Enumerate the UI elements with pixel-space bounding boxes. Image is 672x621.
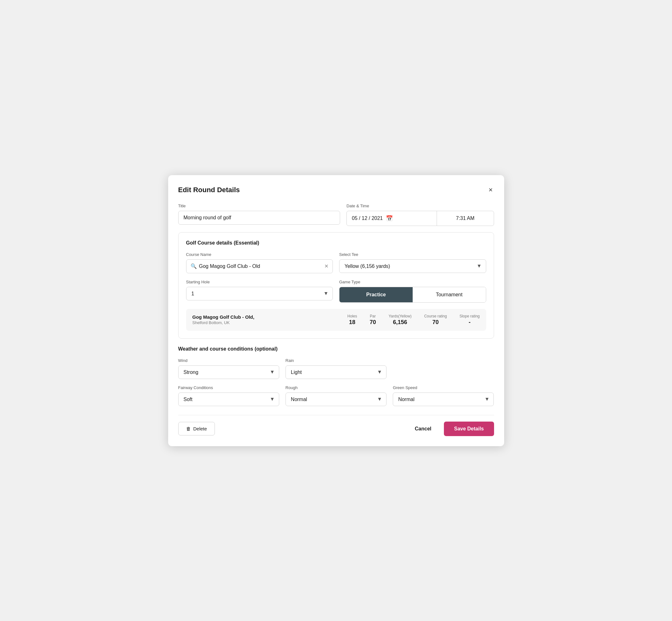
course-location: Shelford Bottom, UK xyxy=(193,320,347,325)
yards-label: Yards(Yellow) xyxy=(389,314,412,318)
course-rating-label: Course rating xyxy=(424,314,447,318)
datetime-label: Date & Time xyxy=(346,204,494,208)
course-info-card: Gog Magog Golf Club - Old, Shelford Bott… xyxy=(186,309,486,331)
yards-stat: Yards(Yellow) 6,156 xyxy=(389,314,412,326)
rain-group: Rain None Light Moderate Heavy ▼ xyxy=(286,358,386,379)
spacer xyxy=(393,358,494,379)
course-tee-row: Course Name 🔍 ✕ Select Tee Yellow (6,156… xyxy=(186,252,486,273)
course-info-name: Gog Magog Golf Club - Old, Shelford Bott… xyxy=(193,314,347,325)
game-type-group: Game Type Practice Tournament xyxy=(339,280,486,303)
modal-title: Edit Round Details xyxy=(178,186,240,194)
green-speed-label: Green Speed xyxy=(393,385,494,390)
green-speed-dropdown[interactable]: Slow Normal Fast xyxy=(393,392,494,406)
title-datetime-row: Title Date & Time 05 / 12 / 2021 📅 7:31 … xyxy=(178,204,494,226)
trash-icon: 🗑 xyxy=(186,426,191,431)
golf-course-section: Golf Course details (Essential) Course N… xyxy=(178,232,494,339)
slope-rating-value: - xyxy=(468,319,470,326)
date-value: 05 / 12 / 2021 xyxy=(352,215,383,221)
weather-section-title: Weather and course conditions (optional) xyxy=(178,346,494,352)
fairway-wrap: Soft Normal Hard ▼ xyxy=(178,392,279,406)
green-speed-wrap: Slow Normal Fast ▼ xyxy=(393,392,494,406)
rain-wrap: None Light Moderate Heavy ▼ xyxy=(286,365,386,379)
course-name-group: Course Name 🔍 ✕ xyxy=(186,252,333,273)
holes-stat: Holes 18 xyxy=(347,314,357,326)
clear-course-icon[interactable]: ✕ xyxy=(324,263,328,269)
fairway-label: Fairway Conditions xyxy=(178,385,279,390)
course-name-display: Gog Magog Golf Club - Old, xyxy=(193,314,347,320)
par-stat: Par 70 xyxy=(370,314,376,326)
datetime-group: Date & Time 05 / 12 / 2021 📅 7:31 AM xyxy=(346,204,494,226)
fairway-dropdown[interactable]: Soft Normal Hard xyxy=(178,392,279,406)
par-label: Par xyxy=(370,314,376,318)
save-button[interactable]: Save Details xyxy=(444,422,494,436)
holes-label: Holes xyxy=(347,314,357,318)
rough-group: Rough Short Normal Long ▼ xyxy=(286,385,386,406)
delete-button[interactable]: 🗑 Delete xyxy=(178,422,215,436)
game-type-label: Game Type xyxy=(339,280,486,284)
title-label: Title xyxy=(178,204,340,208)
cancel-button[interactable]: Cancel xyxy=(410,422,436,436)
footer-right: Cancel Save Details xyxy=(410,422,494,436)
holes-value: 18 xyxy=(349,319,355,326)
select-tee-dropdown[interactable]: Yellow (6,156 yards) White (6,500 yards)… xyxy=(339,259,486,273)
rough-dropdown[interactable]: Short Normal Long xyxy=(286,392,386,406)
title-group: Title xyxy=(178,204,340,226)
date-field[interactable]: 05 / 12 / 2021 📅 xyxy=(347,211,437,225)
select-tee-label: Select Tee xyxy=(339,252,486,257)
weather-section: Weather and course conditions (optional)… xyxy=(178,346,494,406)
search-icon: 🔍 xyxy=(191,263,197,269)
course-name-label: Course Name xyxy=(186,252,333,257)
select-tee-wrap: Yellow (6,156 yards) White (6,500 yards)… xyxy=(339,259,486,273)
wind-group: Wind None Light Moderate Strong ▼ xyxy=(178,358,279,379)
edit-round-modal: Edit Round Details × Title Date & Time 0… xyxy=(168,175,504,446)
course-rating-value: 70 xyxy=(432,319,438,326)
calendar-icon: 📅 xyxy=(386,215,393,222)
golf-course-section-title: Golf Course details (Essential) xyxy=(186,240,486,246)
starting-hole-group: Starting Hole 1 10 ▼ xyxy=(186,280,333,303)
select-tee-group: Select Tee Yellow (6,156 yards) White (6… xyxy=(339,252,486,273)
wind-label: Wind xyxy=(178,358,279,363)
rough-wrap: Short Normal Long ▼ xyxy=(286,392,386,406)
rain-label: Rain xyxy=(286,358,386,363)
game-type-toggle: Practice Tournament xyxy=(339,287,486,303)
tournament-button[interactable]: Tournament xyxy=(413,287,486,302)
wind-rain-row: Wind None Light Moderate Strong ▼ Rain N… xyxy=(178,358,494,379)
delete-label: Delete xyxy=(194,426,207,431)
date-time-row: 05 / 12 / 2021 📅 7:31 AM xyxy=(346,211,494,226)
yards-value: 6,156 xyxy=(393,319,407,326)
wind-dropdown[interactable]: None Light Moderate Strong xyxy=(178,365,279,379)
starting-hole-label: Starting Hole xyxy=(186,280,333,284)
hole-gametype-row: Starting Hole 1 10 ▼ Game Type Practice … xyxy=(186,280,486,303)
green-speed-group: Green Speed Slow Normal Fast ▼ xyxy=(393,385,494,406)
course-stats: Holes 18 Par 70 Yards(Yellow) 6,156 Cour… xyxy=(347,314,480,326)
wind-wrap: None Light Moderate Strong ▼ xyxy=(178,365,279,379)
rough-label: Rough xyxy=(286,385,386,390)
time-field[interactable]: 7:31 AM xyxy=(437,211,494,225)
title-input[interactable] xyxy=(178,211,340,225)
time-value: 7:31 AM xyxy=(456,215,474,221)
modal-header: Edit Round Details × xyxy=(178,185,494,195)
starting-hole-dropdown[interactable]: 1 10 xyxy=(186,287,333,300)
rain-dropdown[interactable]: None Light Moderate Heavy xyxy=(286,365,386,379)
course-name-input[interactable] xyxy=(186,259,333,273)
conditions-row: Fairway Conditions Soft Normal Hard ▼ Ro… xyxy=(178,385,494,406)
course-name-input-wrap: 🔍 ✕ xyxy=(186,259,333,273)
practice-button[interactable]: Practice xyxy=(339,287,413,302)
footer-row: 🗑 Delete Cancel Save Details xyxy=(178,415,494,436)
par-value: 70 xyxy=(370,319,376,326)
course-rating-stat: Course rating 70 xyxy=(424,314,447,326)
starting-hole-wrap: 1 10 ▼ xyxy=(186,287,333,300)
slope-rating-stat: Slope rating - xyxy=(459,314,479,326)
slope-rating-label: Slope rating xyxy=(459,314,479,318)
close-button[interactable]: × xyxy=(488,185,494,195)
fairway-group: Fairway Conditions Soft Normal Hard ▼ xyxy=(178,385,279,406)
